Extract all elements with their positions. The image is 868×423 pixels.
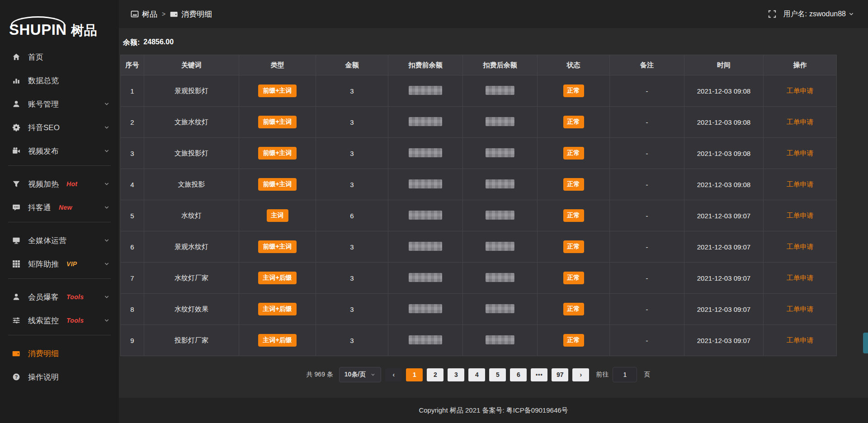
ticket-request-link[interactable]: 工单申请 [787,274,814,282]
breadcrumb: 树品 > 消费明细 [131,9,212,19]
sidebar-item-tag: Tools [66,317,84,324]
cell-amount: 3 [316,169,388,200]
next-page-button[interactable]: › [572,368,589,381]
sidebar-item-label: 消费明细 [28,348,59,359]
page-button-1[interactable]: 1 [406,368,423,381]
fullscreen-icon[interactable] [768,10,776,18]
page-button-5[interactable]: 5 [489,368,506,381]
chevron-down-icon [104,237,110,244]
floating-widget[interactable] [863,333,868,353]
prev-page-button[interactable]: ‹ [385,368,402,381]
cell-time: 2021-12-03 09:07 [684,200,764,231]
cell-time: 2021-12-03 09:07 [684,263,764,294]
chevron-down-icon [104,317,110,324]
home-icon [12,53,20,61]
sidebar-item-tag: Hot [66,180,77,188]
table-row: 1景观投影灯前缀+主词3正常-2021-12-03 09:08工单申请 [121,75,837,107]
user-menu[interactable]: 用户名: zswodun88 [783,9,854,19]
page-button-4[interactable]: 4 [468,368,485,381]
grid-icon [12,260,20,268]
cell-remark: - [610,200,684,231]
funnel-icon [12,180,20,188]
breadcrumb-current[interactable]: 消费明细 [170,9,212,19]
sidebar-item-matrix-boost[interactable]: 矩阵助推VIP [0,255,119,273]
ticket-request-link[interactable]: 工单申请 [787,180,814,188]
cell-amount: 3 [316,325,388,356]
pagination: 共 969 条10条/页‹123456•••97›前往页 [120,367,836,382]
masked-balance-before [409,179,442,188]
page-button-3[interactable]: 3 [448,368,464,381]
goto-page-input[interactable] [613,367,637,382]
ticket-request-link[interactable]: 工单申请 [787,212,814,219]
sidebar-item-tag: Tools [66,293,84,301]
ticket-request-link[interactable]: 工单申请 [787,336,814,344]
sidebar-item-tag: New [59,204,72,211]
sidebar-item-instructions[interactable]: ?操作说明 [0,368,119,386]
logo[interactable]: SHUPIN 树品 [0,0,119,39]
cell-time: 2021-12-03 09:07 [684,325,764,356]
cell-remark: - [610,231,684,263]
sidebar-item-data-overview[interactable]: 数据总览 [0,71,119,89]
cell-no: 7 [121,263,144,294]
status-badge: 正常 [563,240,584,253]
cell-no: 9 [121,325,144,356]
masked-balance-after [486,304,514,313]
balance-summary: 余额: 24856.00 [123,38,836,47]
cell-remark: - [610,325,684,356]
more-pages-button[interactable]: ••• [531,368,547,381]
breadcrumb-root[interactable]: 树品 [131,9,157,19]
chevron-down-icon [104,181,110,187]
type-badge: 主词+后缀 [258,272,296,284]
masked-balance-after [486,148,514,157]
page-size-select[interactable]: 10条/页 [339,367,381,382]
sidebar-item-all-media-operation[interactable]: 全媒体运营 [0,231,119,249]
chat-icon [12,203,20,212]
sidebar: SHUPIN 树品 首页数据总览账号管理抖音SEO视频发布视频加热Hot抖客通N… [0,0,119,423]
sidebar-item-account-management[interactable]: 账号管理 [0,95,119,113]
page-button-6[interactable]: 6 [510,368,527,381]
sidebar-item-member-marketing[interactable]: 会员爆客Tools [0,288,119,306]
sidebar-item-label: 视频发布 [28,146,59,156]
ticket-request-link[interactable]: 工单申请 [787,243,814,250]
footer: Copyright 树品 2021 备案号: 粤ICP备09019646号 [119,398,868,423]
sidebar-item-douketong[interactable]: 抖客通New [0,198,119,216]
sidebar-item-lead-monitoring[interactable]: 线索监控Tools [0,311,119,329]
sidebar-item-home[interactable]: 首页 [0,48,119,66]
type-badge: 前缀+主词 [258,116,296,128]
sidebar-item-video-heating[interactable]: 视频加热Hot [0,175,119,193]
column-header: 操作 [764,55,837,75]
cell-keyword: 水纹灯厂家 [144,263,239,294]
type-badge: 前缀+主词 [258,147,296,160]
cell-keyword: 文旅投影 [144,169,239,200]
page-button-97[interactable]: 97 [552,368,568,381]
cell-keyword: 文旅水纹灯 [144,107,239,138]
sliders-icon [12,316,20,324]
type-badge: 前缀+主词 [258,85,296,97]
page-button-2[interactable]: 2 [427,368,443,381]
sidebar-item-label: 首页 [28,52,43,62]
ticket-request-link[interactable]: 工单申请 [787,149,814,157]
table-row: 7水纹灯厂家主词+后缀3正常-2021-12-03 09:07工单申请 [121,263,837,294]
person-icon [12,293,20,301]
total-count: 共 969 条 [307,371,333,379]
menu-divider [8,222,111,222]
sidebar-item-video-publish[interactable]: 视频发布 [0,142,119,160]
sidebar-item-douyin-seo[interactable]: 抖音SEO [0,118,119,136]
masked-balance-after [486,273,514,282]
chevron-down-icon [104,124,110,131]
user-icon [12,100,20,108]
status-badge: 正常 [563,209,584,222]
masked-balance-after [486,117,514,126]
ticket-request-link[interactable]: 工单申请 [787,305,814,313]
ticket-request-link[interactable]: 工单申请 [787,118,814,126]
wallet-small-icon [170,10,178,18]
sidebar-item-consumption-detail[interactable]: 消费明细 [0,344,119,362]
sidebar-item-label: 视频加热 [28,179,59,189]
cell-keyword: 水纹灯效果 [144,294,239,325]
cell-time: 2021-12-03 09:08 [684,107,764,138]
gear-icon [12,123,20,132]
type-badge: 主词+后缀 [258,334,296,347]
cell-no: 4 [121,169,144,200]
masked-balance-before [409,304,442,313]
ticket-request-link[interactable]: 工单申请 [787,87,814,94]
